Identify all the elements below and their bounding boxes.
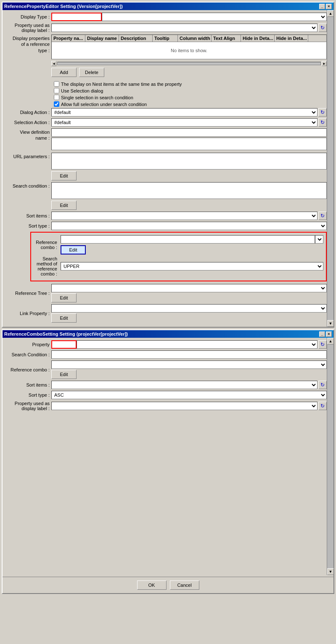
window1-vscrollbar: ▲ ▼	[327, 10, 333, 327]
display-props-table: Property na... Display name Description …	[51, 34, 327, 59]
close-btn-1[interactable]: ×	[326, 4, 332, 9]
col-text-align: Text Align	[212, 35, 241, 42]
checkbox2-label: Use Selection dialog	[61, 88, 103, 93]
w2-empty-area	[5, 413, 327, 572]
url-params-edit-row: Edit	[51, 171, 327, 180]
w2-sort-type-select[interactable]: ASC	[51, 391, 327, 399]
close-btn-2[interactable]: ×	[326, 331, 332, 337]
ref-combo-edit-row: Edit	[61, 245, 323, 254]
checkbox2[interactable]	[54, 88, 59, 93]
col-description: Description	[119, 35, 153, 42]
window1-title: ReferencePropertyEditor Setting (Version…	[4, 4, 123, 9]
vscroll-track[interactable]	[327, 17, 333, 320]
ref-combo-select[interactable]	[315, 235, 323, 244]
ok-button[interactable]: OK	[137, 580, 167, 590]
w2-sort-type-row: Sort type : ASC	[5, 391, 327, 399]
w2-ref-combo-select[interactable]	[51, 360, 327, 369]
ref-tree-select[interactable]	[51, 284, 327, 292]
checkbox3[interactable]	[54, 95, 59, 100]
display-type-input[interactable]: REFCOMBO	[51, 13, 102, 21]
url-params-edit-btn[interactable]: Edit	[51, 171, 77, 180]
cancel-button[interactable]: Cancel	[170, 580, 199, 590]
search-cond-edit-btn[interactable]: Edit	[51, 201, 77, 210]
window2: ReferenceComboSetting Setting (projectVe…	[2, 329, 334, 594]
table-header: Property na... Display name Description …	[52, 35, 326, 42]
selection-action-select[interactable]: #default	[51, 118, 317, 127]
w2-property-refresh[interactable]: ↻	[318, 340, 327, 349]
selection-action-row: Selection Action : #default ↻	[5, 118, 327, 127]
add-delete-row: Add Delete	[51, 68, 327, 77]
w2-ref-combo-edit-btn[interactable]: Edit	[51, 370, 77, 379]
checkbox4[interactable]	[54, 101, 59, 107]
vscroll-up-btn[interactable]: ▲	[327, 10, 334, 17]
property-label-row: Property used as display label : ↻	[5, 23, 327, 33]
checkbox4-row: Allow full selection under search condit…	[54, 101, 327, 107]
search-cond-textarea[interactable]	[51, 182, 327, 199]
w2-vscroll-up-btn[interactable]: ▲	[327, 338, 334, 345]
h-scrollbar-track[interactable]	[57, 62, 321, 65]
h-scrollbar: ◄ ►	[51, 61, 327, 66]
property-used-label: Property used as display label :	[5, 23, 51, 33]
search-method-select[interactable]: UPPER	[61, 262, 323, 270]
link-property-row: Link Property : Edit	[5, 304, 327, 323]
dialog-action-row: Dialog Action : #default ↻	[5, 108, 327, 117]
view-def-textarea[interactable]	[51, 138, 327, 150]
display-type-select[interactable]	[102, 13, 327, 21]
minimize-btn-1[interactable]: _	[319, 4, 325, 9]
w2-search-cond-input[interactable]	[51, 350, 327, 359]
checkbox3-row: Single selection in search condition	[54, 95, 327, 100]
w2-property-select[interactable]	[77, 340, 317, 349]
w2-vscroll-down-btn[interactable]: ▼	[327, 568, 334, 575]
w2-sort-items-select[interactable]	[51, 381, 317, 389]
url-params-textarea[interactable]	[51, 153, 327, 170]
checkbox2-row: Use Selection dialog	[54, 88, 327, 93]
dialog-action-select[interactable]: #default	[51, 108, 317, 117]
sort-items-select[interactable]	[51, 212, 317, 220]
w2-property-row: Property project ↻	[5, 340, 327, 349]
scroll-left-btn[interactable]: ◄	[51, 61, 56, 66]
sort-type-select[interactable]	[51, 222, 327, 230]
view-def-input[interactable]	[51, 128, 327, 137]
dialog-action-label: Dialog Action :	[5, 110, 51, 115]
ref-combo-edit-btn[interactable]: Edit	[61, 245, 86, 254]
url-params-label: URL parameters :	[5, 153, 51, 159]
property-refresh-btn[interactable]: ↻	[318, 24, 327, 32]
w2-property-label: Property	[5, 342, 51, 347]
view-def-row: View definition name :	[5, 128, 327, 151]
col-property-name: Property na...	[52, 35, 85, 42]
w2-property-input[interactable]: project	[51, 340, 77, 349]
checkbox4-label: Allow full selection under search condit…	[61, 102, 147, 107]
search-cond-row: Search condition : Edit	[5, 182, 327, 210]
w2-prop-display-select[interactable]	[51, 402, 317, 410]
search-cond-label: Search condition :	[5, 182, 51, 189]
link-property-select[interactable]	[51, 304, 327, 313]
w2-vscroll-track[interactable]	[327, 345, 333, 568]
w2-sort-items-refresh[interactable]: ↻	[318, 381, 327, 389]
sort-items-refresh[interactable]: ↻	[318, 212, 327, 220]
ref-combo-input[interactable]: ReferenceComboSetting	[61, 235, 315, 244]
dialog-action-refresh[interactable]: ↻	[318, 108, 327, 117]
title-bar-1: ReferencePropertyEditor Setting (Version…	[3, 3, 333, 10]
footer-bar: OK Cancel	[3, 577, 333, 593]
w2-sort-items-label: Sort items :	[5, 382, 51, 387]
ref-tree-edit-btn[interactable]: Edit	[51, 293, 77, 302]
add-button[interactable]: Add	[51, 68, 77, 77]
window2-vscrollbar: ▲ ▼	[327, 338, 333, 575]
display-type-row: Display Type : REFCOMBO	[5, 13, 327, 21]
link-property-edit-btn[interactable]: Edit	[51, 313, 77, 323]
display-props-label: Display properties of a reference type :	[5, 34, 51, 53]
window2-title: ReferenceComboSetting Setting (projectVe…	[4, 331, 128, 337]
selection-action-refresh[interactable]: ↻	[318, 118, 327, 127]
vscroll-down-btn[interactable]: ▼	[327, 320, 334, 327]
ref-combo-row: Reference combo : ReferenceComboSetting …	[34, 235, 323, 254]
minimize-btn-2[interactable]: _	[319, 331, 325, 337]
selection-action-label: Selection Action :	[5, 120, 51, 125]
w2-prop-display-refresh[interactable]: ↻	[318, 402, 327, 410]
delete-button[interactable]: Delete	[79, 68, 104, 77]
w2-search-cond-row: Search Condition :	[5, 350, 327, 359]
title-bar-2: ReferenceComboSetting Setting (projectVe…	[3, 330, 333, 338]
checkbox1[interactable]	[54, 81, 59, 87]
property-used-select[interactable]	[51, 24, 317, 32]
col-hide-detail1: Hide in Deta...	[241, 35, 275, 42]
scroll-right-btn[interactable]: ►	[322, 61, 327, 66]
